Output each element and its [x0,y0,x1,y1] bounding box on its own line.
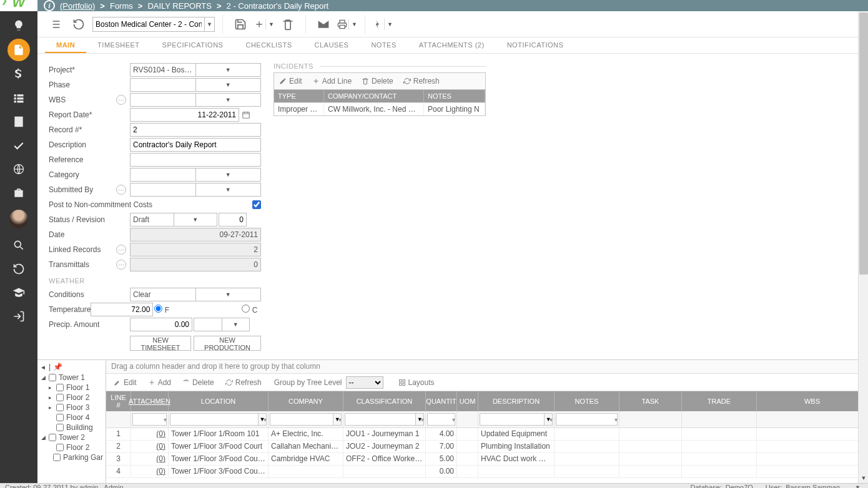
incidents-col-notes[interactable]: NOTES [424,90,485,102]
col-comp[interactable]: COMPANY [269,391,343,411]
col-trade[interactable]: TRADE [682,391,757,411]
print-split-caret-icon[interactable]: ▼ [348,19,357,30]
email-icon[interactable] [313,14,333,34]
description-input[interactable] [130,138,261,152]
nav-logout-icon[interactable] [7,306,31,327]
linked-lookup-icon[interactable]: ⋯ [116,245,126,255]
temperature-input[interactable] [91,303,153,316]
grid-delete-button[interactable]: Delete [179,378,218,387]
tab-main[interactable]: MAIN [45,37,86,53]
submitted-combo[interactable]: ▼ [130,183,261,197]
tab-checklists[interactable]: CHECKLISTS [234,37,303,53]
conditions-combo[interactable]: Clear▼ [130,288,261,301]
record-selector[interactable]: ▼ [92,17,215,32]
col-task[interactable]: TASK [619,391,682,411]
tree-collapse-icon[interactable]: ◄ [40,364,46,371]
status-combo[interactable]: Draft▼ [130,213,217,227]
tab-notifications[interactable]: NOTIFICATIONS [496,37,575,53]
incidents-row[interactable]: Improper Lighti CW Millwork, Inc. - Ned … [274,102,485,115]
tab-timesheet[interactable]: TIMESHEET [86,37,150,53]
user-avatar[interactable] [9,210,28,228]
tab-clauses[interactable]: CLAUSES [303,37,360,53]
filter-icon[interactable]: ▾ [614,416,618,423]
reference-input[interactable] [130,153,261,167]
filter-comp[interactable] [270,413,333,426]
col-uom[interactable]: UOM [457,391,478,411]
status-dropdown-icon[interactable]: ▼ [852,484,863,488]
tab-attachments[interactable]: ATTACHMENTS (2) [408,37,496,53]
incidents-refresh-button[interactable]: Refresh [398,73,445,89]
info-icon[interactable]: i [44,0,55,11]
col-class[interactable]: CLASSIFICATION [343,391,426,411]
tree-node[interactable]: ◢Tower 1 [37,373,106,383]
tree-node[interactable]: Building [37,422,106,432]
project-combo[interactable]: RVS0104 - Boston Medical Center▼ [130,63,261,77]
undo-icon[interactable] [69,14,89,34]
filter-notes[interactable] [556,413,618,426]
table-row[interactable]: 3(0)Tower 1/Floor 3/Food Court/ManaCambr… [106,453,868,466]
grid-add-button[interactable]: Add [144,378,175,387]
nav-check-icon[interactable] [7,135,31,156]
temp-f-radio[interactable]: F [154,305,235,315]
nav-forms-icon[interactable] [7,39,30,61]
chevron-down-icon[interactable]: ▼ [222,318,250,331]
record-selector-input[interactable] [92,17,205,32]
filter-icon[interactable]: ▾ [452,416,455,423]
tree-pin-icon[interactable]: 📌 [53,363,62,371]
col-line[interactable]: LINE # [106,391,131,411]
calendar-icon[interactable] [240,109,252,120]
wbs-combo[interactable]: ▼ [130,93,261,107]
grid-group-select[interactable]: -- [346,376,383,389]
table-row[interactable]: 4(0)Tower 1/Floor 3/Food Court/Mezz0.00 [106,466,868,478]
transmittals-lookup-icon[interactable]: ⋯ [116,260,126,270]
filter-class[interactable] [345,413,416,426]
filter-desc[interactable] [480,413,545,426]
col-wbs[interactable]: WBS [757,391,868,411]
filter-loc[interactable] [170,413,259,426]
print-icon[interactable]: ▼ [337,14,357,34]
nav-money-icon[interactable] [7,64,31,85]
col-att[interactable]: ATTACHMEN [131,391,169,411]
nav-building-icon[interactable] [7,111,31,132]
vertical-scrollbar[interactable]: ▼ [858,11,868,483]
add-split-caret-icon[interactable]: ▼ [265,19,274,30]
breadcrumb-daily[interactable]: DAILY REPORTS [147,1,212,11]
tree-node[interactable]: Floor 4 [37,412,106,422]
scroll-thumb[interactable] [859,12,868,275]
report-date-input[interactable] [130,108,239,122]
submitted-lookup-icon[interactable]: ⋯ [116,185,126,195]
table-row[interactable]: 1(0)Tower 1/Floor 1/Room 101A+ Electric,… [106,428,868,441]
chevron-down-icon[interactable]: ▼ [195,64,261,76]
nav-ideas-icon[interactable] [7,15,31,36]
incidents-edit-button[interactable]: Edit [274,73,307,89]
col-desc[interactable]: DESCRIPTION [478,391,555,411]
nav-briefcase-icon[interactable] [7,182,31,203]
filter-icon[interactable]: ▾ [164,416,167,423]
tree-node[interactable]: ▸Floor 2 [37,393,106,403]
incidents-add-button[interactable]: Add Line [307,73,357,89]
nav-history-icon[interactable] [7,258,31,280]
grid-layouts-button[interactable]: Layouts [395,378,438,387]
tree-node[interactable]: ▸Floor 3 [37,403,106,412]
col-notes[interactable]: NOTES [555,391,619,411]
tree-node[interactable]: Parking Gar [37,452,106,462]
nav-globe-icon[interactable] [7,159,31,180]
table-row[interactable]: 2(0)Tower 1/Floor 3/Food CourtCallahan M… [106,441,868,453]
phase-combo[interactable]: ▼ [130,78,261,92]
chevron-down-icon[interactable]: ▼ [195,183,261,196]
delete-icon[interactable] [278,14,298,34]
tree-node[interactable]: Floor 2 [37,442,106,452]
scroll-down-icon[interactable]: ▼ [859,473,868,483]
breadcrumb-forms[interactable]: Forms [110,1,133,11]
chevron-down-icon[interactable]: ▼ [174,213,217,226]
chevron-down-icon[interactable]: ▼ [195,288,261,301]
grid-refresh-button[interactable]: Refresh [222,378,265,387]
tree-node[interactable]: ◢Tower 2 [37,432,106,442]
save-icon[interactable] [230,14,250,34]
expand-nav-icon[interactable]: ❯ [1,0,7,5]
record-selector-dropdown[interactable]: ▼ [205,17,215,32]
add-icon[interactable]: ▼ [254,14,274,34]
chevron-down-icon[interactable]: ▼ [195,168,261,181]
post-nc-checkbox[interactable] [252,200,261,209]
filter-icon[interactable]: ▾ [264,416,267,423]
